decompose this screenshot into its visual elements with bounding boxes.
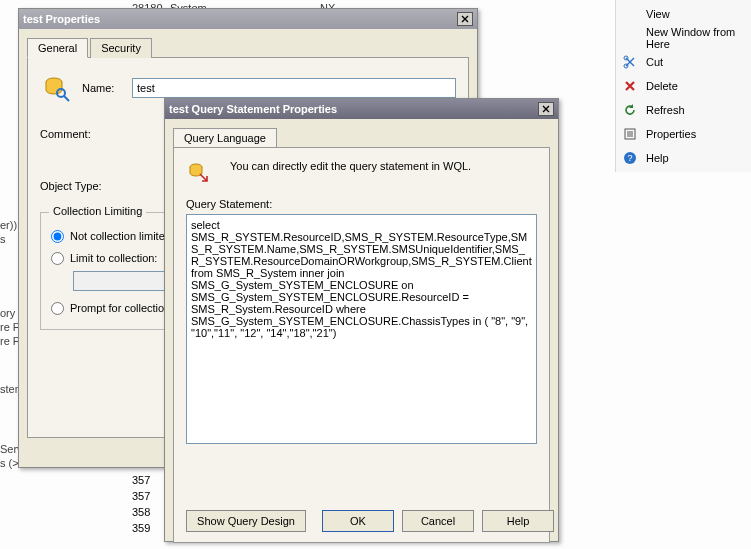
close-button[interactable] bbox=[538, 102, 554, 116]
delete-icon bbox=[622, 78, 638, 94]
scissors-icon bbox=[622, 54, 638, 70]
query-statement-label: Query Statement: bbox=[186, 198, 537, 210]
ctx-help[interactable]: ? Help bbox=[616, 146, 751, 170]
close-icon bbox=[461, 15, 469, 23]
show-query-design-button[interactable]: Show Query Design bbox=[186, 510, 306, 532]
refresh-icon bbox=[622, 102, 638, 118]
search-db-icon bbox=[40, 72, 72, 104]
query-statement-dialog: test Query Statement Properties Query La… bbox=[164, 98, 559, 542]
help-icon: ? bbox=[622, 150, 638, 166]
close-button[interactable] bbox=[457, 12, 473, 26]
query-statement-textarea[interactable] bbox=[186, 214, 537, 444]
ctx-new-window[interactable]: New Window from Here bbox=[616, 26, 751, 50]
tab-security[interactable]: Security bbox=[90, 38, 152, 58]
titlebar[interactable]: test Properties bbox=[19, 9, 477, 29]
help-button[interactable]: Help bbox=[482, 510, 554, 532]
window-title: test Query Statement Properties bbox=[169, 103, 337, 115]
ok-button[interactable]: OK bbox=[322, 510, 394, 532]
tab-query-language[interactable]: Query Language bbox=[173, 128, 277, 148]
radio-not-limited-input[interactable] bbox=[51, 230, 64, 243]
tab-strip: General Security bbox=[27, 37, 469, 58]
cancel-button[interactable]: Cancel bbox=[402, 510, 474, 532]
radio-limit-to-input[interactable] bbox=[51, 252, 64, 265]
ctx-view[interactable]: View bbox=[616, 2, 751, 26]
group-legend: Collection Limiting bbox=[49, 205, 146, 217]
ctx-properties[interactable]: Properties bbox=[616, 122, 751, 146]
ctx-refresh[interactable]: Refresh bbox=[616, 98, 751, 122]
query-panel: You can directly edit the query statemen… bbox=[173, 147, 550, 543]
context-menu: View New Window from Here Cut Delete Ref… bbox=[615, 0, 751, 172]
radio-prompt-input[interactable] bbox=[51, 302, 64, 315]
object-type-label: Object Type: bbox=[40, 180, 130, 192]
name-input[interactable] bbox=[132, 78, 456, 98]
hint-text: You can directly edit the query statemen… bbox=[230, 160, 471, 172]
titlebar[interactable]: test Query Statement Properties bbox=[165, 99, 558, 119]
blank-icon bbox=[622, 30, 638, 46]
close-icon bbox=[542, 105, 550, 113]
window-title: test Properties bbox=[23, 13, 100, 25]
db-export-icon bbox=[186, 160, 210, 184]
properties-icon bbox=[622, 126, 638, 142]
ctx-cut[interactable]: Cut bbox=[616, 50, 751, 74]
svg-text:?: ? bbox=[627, 153, 632, 163]
svg-line-10 bbox=[64, 96, 69, 101]
ctx-delete[interactable]: Delete bbox=[616, 74, 751, 98]
tab-general[interactable]: General bbox=[27, 38, 88, 58]
comment-label: Comment: bbox=[40, 128, 130, 140]
blank-icon bbox=[622, 6, 638, 22]
name-label: Name: bbox=[82, 82, 132, 94]
